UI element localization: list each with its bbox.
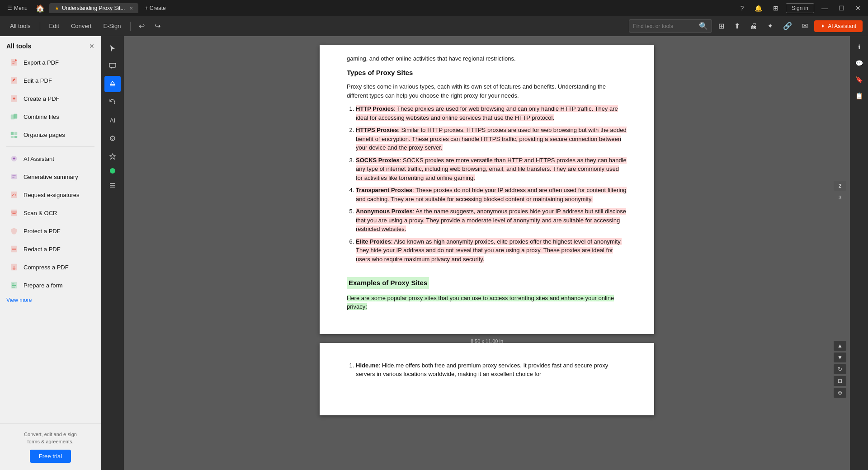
new-tab-button[interactable]: + Create — [140, 3, 170, 13]
sidebar-item-prepare-form[interactable]: Prepare a form — [3, 277, 98, 294]
right-panel: ℹ 💬 🔖 📋 — [850, 36, 868, 470]
pdf-content-page1: gaming, and other online activities that… — [347, 54, 627, 311]
current-tab[interactable]: ★ Understanding Proxy Sit... ✕ — [49, 3, 138, 13]
scroll-up-button[interactable]: ▲ — [834, 341, 846, 351]
enhance-image-tool[interactable] — [104, 130, 121, 146]
compress-pdf-icon — [9, 262, 19, 272]
svg-rect-0 — [11, 59, 17, 66]
sidebar-item-export-pdf[interactable]: Export a PDF — [3, 54, 98, 71]
list-item-1: HTTP Proxies: These proxies are used for… — [356, 104, 627, 122]
sidebar-item-combine-files[interactable]: Combine files — [3, 108, 98, 125]
enhance-icon[interactable]: ✦ — [764, 19, 777, 33]
sidebar-item-request-esignatures[interactable]: Request e-signatures — [3, 186, 98, 203]
sidebar-close-button[interactable]: ✕ — [89, 42, 94, 50]
pdf-viewer[interactable]: gaming, and other online activities that… — [124, 36, 850, 470]
sidebar-item-redact-pdf[interactable]: Redact a PDF — [3, 240, 98, 258]
pin-tool[interactable] — [104, 148, 121, 164]
menu-tool[interactable] — [104, 177, 121, 193]
maximize-button[interactable]: ☐ — [835, 3, 848, 14]
list-item-2: HTTPS Proxies: Similar to HTTP proxies, … — [356, 126, 627, 152]
proxy-types-list: HTTP Proxies: These proxies are used for… — [356, 104, 627, 263]
svg-rect-17 — [12, 283, 14, 284]
highlight-tool[interactable] — [104, 76, 121, 92]
request-esignatures-icon — [9, 190, 19, 200]
close-button[interactable]: ✕ — [852, 3, 864, 14]
scan-ocr-icon — [9, 208, 19, 218]
right-panel-bookmark-icon[interactable]: 🔖 — [852, 72, 866, 87]
help-icon[interactable]: ? — [737, 3, 748, 14]
page1-intro-text: gaming, and other online activities that… — [347, 54, 627, 63]
comment-tool[interactable] — [104, 58, 121, 74]
sidebar-title: All tools — [6, 42, 31, 50]
prepare-form-icon — [9, 280, 19, 290]
organize-pages-icon — [9, 130, 19, 140]
sidebar-item-ai-assistant[interactable]: AI Assistant — [3, 150, 98, 167]
sign-in-button[interactable]: Sign in — [786, 3, 814, 13]
menu-button[interactable]: ☰ Menu — [4, 3, 31, 13]
sidebar-footer: Convert, edit and e-signforms & agreemen… — [0, 423, 101, 470]
edit-pdf-icon — [9, 75, 19, 85]
esign-button[interactable]: E-Sign — [99, 20, 125, 32]
toolbar-divider — [40, 22, 40, 31]
redo-button[interactable]: ↪ — [151, 19, 164, 33]
print-icon[interactable]: 🖨 — [746, 20, 761, 33]
sidebar-item-organize-pages[interactable]: Organize pages — [3, 126, 98, 143]
search-icon[interactable]: 🔍 — [699, 22, 708, 30]
svg-rect-7 — [11, 136, 14, 138]
right-panel-chat-icon[interactable]: 💬 — [852, 56, 866, 70]
toolbar: All tools Edit Convert E-Sign ↩ ↪ 🔍 ⊞ ⬆ … — [0, 16, 868, 36]
all-tools-button[interactable]: All tools — [5, 20, 35, 32]
export-pdf-icon — [9, 57, 19, 67]
cursor-tool[interactable] — [104, 40, 121, 56]
free-trial-button[interactable]: Free trial — [30, 450, 71, 463]
create-pdf-icon — [9, 94, 19, 103]
page-number-2[interactable]: 2 — [834, 181, 846, 191]
sidebar-item-edit-pdf[interactable]: Edit a PDF — [3, 72, 98, 89]
undo-tool[interactable] — [104, 94, 121, 110]
view-more-button[interactable]: View more — [0, 295, 101, 305]
sidebar-item-scan-ocr[interactable]: Scan & OCR — [3, 204, 98, 221]
list-item-6: Elite Proxies: Also known as high anonym… — [356, 237, 627, 264]
pdf-page-2: Hide.me: Hide.me offers both free and pr… — [320, 343, 654, 415]
sidebar-item-generative-summary[interactable]: Generative summary — [3, 168, 98, 185]
right-panel-info-icon[interactable]: ℹ — [852, 40, 866, 54]
upload-icon[interactable]: ⬆ — [731, 19, 744, 33]
apps-icon[interactable]: ⊞ — [769, 3, 782, 14]
undo-button[interactable]: ↩ — [135, 19, 148, 33]
convert-button[interactable]: Convert — [66, 20, 96, 32]
hamburger-icon: ☰ — [7, 5, 12, 11]
svg-rect-20 — [109, 63, 116, 67]
section2-intro: Here are some popular proxy sites that y… — [347, 294, 627, 311]
email-icon[interactable]: ✉ — [798, 19, 811, 33]
tab-close-icon[interactable]: ✕ — [129, 6, 133, 11]
refresh-button[interactable]: ↻ — [834, 364, 846, 374]
section2-heading: Examples of Proxy Sites — [347, 277, 429, 289]
find-box[interactable]: 🔍 — [629, 19, 712, 33]
notification-icon[interactable]: 🔔 — [751, 3, 766, 14]
proxy-examples-list: Hide.me: Hide.me offers both free and pr… — [356, 361, 627, 379]
section1-heading: Types of Proxy Sites — [347, 68, 627, 78]
edit-button[interactable]: Edit — [45, 20, 64, 32]
page-number-nav: 2 3 — [834, 181, 846, 202]
home-button[interactable]: 🏠 — [33, 2, 47, 14]
sidebar-item-create-pdf[interactable]: Create a PDF — [3, 90, 98, 107]
find-input[interactable] — [633, 23, 696, 29]
grid-view-icon[interactable]: ⊞ — [715, 19, 728, 33]
svg-rect-11 — [11, 192, 17, 198]
svg-rect-18 — [12, 285, 16, 286]
ai-tool[interactable]: AI — [104, 112, 121, 128]
sidebar-item-compress-pdf[interactable]: Compress a PDF — [3, 258, 98, 276]
sidebar-item-protect-pdf[interactable]: Protect a PDF — [3, 222, 98, 240]
right-panel-pages-icon[interactable]: 📋 — [852, 89, 866, 103]
left-tool-panel: AI — [101, 36, 124, 470]
protect-pdf-icon — [9, 226, 19, 236]
tab-star-icon: ★ — [55, 5, 59, 11]
ai-assistant-button[interactable]: ✦ AI Assistant — [814, 20, 863, 32]
minimize-button[interactable]: — — [818, 3, 831, 14]
page2-list-item-1: Hide.me: Hide.me offers both free and pr… — [356, 361, 627, 379]
link-icon[interactable]: 🔗 — [779, 19, 796, 33]
zoom-button[interactable]: ⊕ — [834, 388, 846, 398]
fit-page-button[interactable]: ⊡ — [834, 376, 846, 386]
scroll-down-button[interactable]: ▼ — [834, 352, 846, 362]
page-number-3[interactable]: 3 — [834, 193, 846, 202]
